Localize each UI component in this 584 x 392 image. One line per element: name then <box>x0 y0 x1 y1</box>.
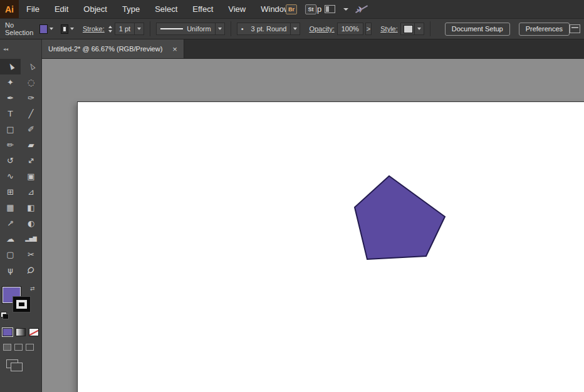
menu-object[interactable]: Object <box>76 0 115 18</box>
type-tool[interactable]: T <box>0 106 21 121</box>
opacity-label[interactable]: Opacity: <box>309 25 334 33</box>
brush-dropdown[interactable] <box>290 23 300 34</box>
brush-value[interactable]: 3 pt. Round <box>248 25 291 33</box>
eyedropper-tool[interactable]: ⊸ <box>0 215 21 231</box>
artboard[interactable] <box>77 101 584 392</box>
style-label[interactable]: Style: <box>380 25 398 33</box>
paintbrush-tool[interactable]: ✐ <box>21 121 41 137</box>
stroke-weight-stepper[interactable] <box>108 26 112 33</box>
type-icon: T <box>8 109 13 118</box>
width-profile-dropdown[interactable] <box>215 23 224 34</box>
pen-tool[interactable]: ✒ <box>0 90 21 106</box>
menu-view[interactable]: View <box>221 0 253 18</box>
line-segment-icon: ╱ <box>29 109 34 118</box>
drawn-shape-svg <box>343 165 468 272</box>
direct-selection-tool[interactable]: ▻ <box>21 59 41 75</box>
shape-builder-icon: ⊞ <box>7 187 14 197</box>
fill-color-swatch[interactable] <box>39 24 48 34</box>
column-graph-tool[interactable]: ▂▅▇ <box>21 231 41 247</box>
drawing-modes <box>0 344 41 351</box>
stepper-down-icon[interactable] <box>108 30 112 33</box>
arrange-documents-icon[interactable] <box>570 24 580 33</box>
style-combo[interactable] <box>400 23 424 35</box>
eraser-icon: ▰ <box>28 140 34 150</box>
draw-inside-button[interactable] <box>26 344 34 351</box>
menu-edit[interactable]: Edit <box>47 0 76 18</box>
rectangle-tool[interactable]: □ <box>0 121 21 137</box>
stock-icon[interactable]: St <box>305 4 316 14</box>
perspective-grid-tool[interactable]: ⊿ <box>21 184 41 200</box>
mesh-tool[interactable]: ▦ <box>0 200 21 215</box>
stroke-weight-value[interactable]: 1 pt <box>115 25 134 33</box>
close-icon[interactable]: × <box>172 44 177 54</box>
width-profile-combo[interactable]: Uniform <box>156 23 225 35</box>
rotate-tool[interactable]: ↺ <box>0 153 21 168</box>
slice-tool[interactable]: ✂ <box>21 247 41 262</box>
width-profile-value[interactable]: Uniform <box>183 25 215 33</box>
stroke-weight-dropdown[interactable] <box>134 23 143 34</box>
chevron-down-icon <box>293 28 297 30</box>
menu-select[interactable]: Select <box>147 0 185 18</box>
menu-effect[interactable]: Effect <box>185 0 221 18</box>
hand-tool[interactable]: ψ <box>0 262 21 278</box>
chevron-down-icon[interactable] <box>343 8 348 11</box>
symbol-sprayer-tool[interactable]: ☁ <box>0 231 21 247</box>
style-dropdown[interactable] <box>414 23 424 34</box>
menu-type[interactable]: Type <box>115 0 147 18</box>
width-tool[interactable]: ∿ <box>0 168 21 184</box>
selection-tool[interactable]: ► <box>0 59 21 75</box>
draw-behind-button[interactable] <box>14 344 23 351</box>
style-swatch[interactable] <box>404 25 413 33</box>
workspace-switcher-icon[interactable] <box>325 5 335 13</box>
swap-fill-stroke-icon[interactable]: ⇄ <box>30 286 35 292</box>
collapse-panel-icon[interactable]: ◂◂ <box>3 46 8 52</box>
gradient-button[interactable] <box>16 328 26 336</box>
menu-file[interactable]: File <box>19 0 47 18</box>
draw-normal-button[interactable] <box>3 344 11 351</box>
opacity-more-button[interactable]: > <box>365 23 372 35</box>
gradient-tool[interactable]: ◧ <box>21 200 41 215</box>
artboard-icon: ▢ <box>6 250 14 259</box>
curvature-icon: ✑ <box>28 93 34 103</box>
canvas[interactable] <box>42 59 584 392</box>
stroke-dropdown[interactable] <box>70 28 74 30</box>
stepper-up-icon[interactable] <box>108 26 112 28</box>
lasso-icon: ◌ <box>28 78 34 87</box>
stroke-label[interactable]: Stroke: <box>83 25 105 33</box>
fill-dropdown[interactable] <box>50 28 53 30</box>
color-button[interactable] <box>3 328 13 336</box>
screen-mode-button[interactable] <box>6 359 23 371</box>
document-setup-button[interactable]: Document Setup <box>445 23 510 36</box>
scale-tool[interactable]: ↔ <box>21 153 41 168</box>
bridge-icon[interactable]: Br <box>286 4 297 14</box>
lasso-tool[interactable]: ◌ <box>21 75 41 90</box>
opacity-field[interactable]: 100% <box>337 23 363 35</box>
curvature-tool[interactable]: ✑ <box>21 90 41 106</box>
stroke-swatch[interactable] <box>13 296 31 312</box>
pencil-tool[interactable]: ✏ <box>0 137 21 153</box>
selection-status: No Selection <box>0 21 36 36</box>
default-fill-stroke-icon[interactable] <box>1 312 9 319</box>
zoom-tool[interactable]: Ϙ <box>21 262 41 278</box>
zoom-icon: Ϙ <box>26 265 37 276</box>
none-button[interactable] <box>29 328 39 336</box>
pentagon-shape[interactable] <box>355 176 445 259</box>
artboard-tool[interactable]: ▢ <box>0 247 21 262</box>
opacity-value[interactable]: 100% <box>338 25 363 33</box>
app-bar-icons: Br St ✈ <box>286 0 364 18</box>
eraser-tool[interactable]: ▰ <box>21 137 41 153</box>
line-segment-tool[interactable]: ╱ <box>21 106 41 121</box>
stroke-weight-combo[interactable]: 1 pt <box>115 23 144 35</box>
blend-tool[interactable]: ◐ <box>21 215 41 231</box>
shape-builder-tool[interactable]: ⊞ <box>0 184 21 200</box>
scale-icon: ↔ <box>25 155 36 166</box>
document-tab[interactable]: Untitled-2* @ 66.67% (RGB/Preview) × <box>42 39 184 58</box>
fill-stroke-indicator: ⇄ <box>0 286 41 327</box>
stroke-color-swatch[interactable] <box>61 24 68 34</box>
menu-items: File Edit Object Type Select Effect View… <box>19 0 329 18</box>
free-transform-tool[interactable]: ▣ <box>21 168 41 184</box>
magic-wand-tool[interactable]: ✦ <box>0 75 21 90</box>
share-icon[interactable]: ✈ <box>355 3 365 14</box>
preferences-button[interactable]: Preferences <box>519 23 570 36</box>
brush-combo[interactable]: • 3 pt. Round <box>237 23 301 35</box>
